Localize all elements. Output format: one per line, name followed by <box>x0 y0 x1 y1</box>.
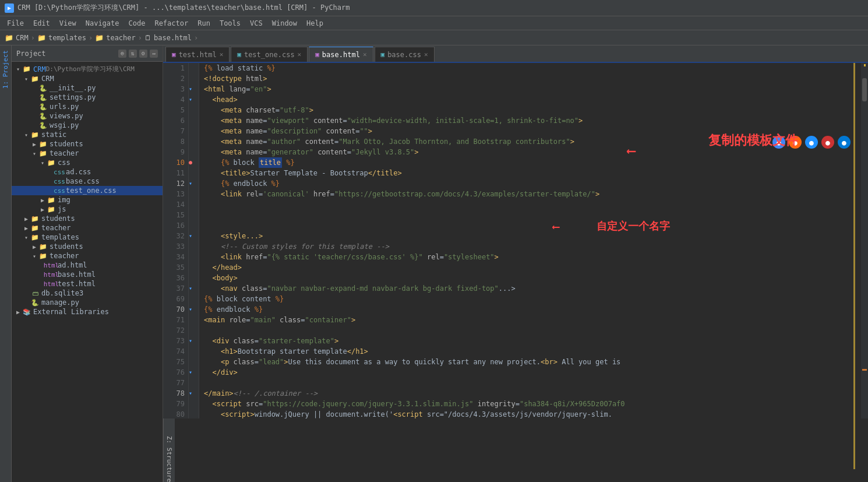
code-line-8: <meta name="author" content="Mark Otto, … <box>204 136 856 147</box>
tree-static[interactable]: ▾ 📁 static <box>12 130 163 139</box>
menu-vcs[interactable]: VCS <box>245 18 267 29</box>
code-line-12: {% endblock %} <box>204 178 856 189</box>
menu-file[interactable]: File <box>2 18 29 29</box>
bc-crm[interactable]: CRM <box>16 34 29 42</box>
menu-edit[interactable]: Edit <box>29 18 55 29</box>
tree-tpl-teacher[interactable]: ▾ 📁 teacher <box>12 251 163 261</box>
tree-db-sqlite[interactable]: 🗃 db.sqlite3 <box>12 289 163 298</box>
tab-test-html-icon: ▣ <box>172 51 176 58</box>
ie-icon[interactable]: ● <box>821 136 834 149</box>
menu-refactor[interactable]: Refactor <box>150 18 193 29</box>
tree-base-css[interactable]: css base.css <box>12 177 163 186</box>
bc-base-html[interactable]: base.html <box>154 34 192 42</box>
tree-settings[interactable]: 🐍 settings.py <box>12 93 163 102</box>
bc-templates[interactable]: templates <box>48 34 86 42</box>
project-tab-label[interactable]: 1: Project <box>1 48 10 91</box>
tab-base-css[interactable]: ▣ base.css ✕ <box>375 47 435 62</box>
editor-content: 1 2 3 4 5 6 7 8 9 10 11 12 13 14 15 16 3 <box>163 63 868 418</box>
tree-ad-css[interactable]: css ad.css <box>12 167 163 177</box>
code-line-70: {% endblock %} <box>204 304 856 315</box>
app-icon: ▶ <box>5 3 14 13</box>
tree-wsgi[interactable]: 🐍 wsgi.py <box>12 121 163 130</box>
firefox-icon[interactable]: ● <box>789 136 802 149</box>
tab-test-one-css[interactable]: ▣ test_one.css ✕ <box>231 47 308 62</box>
code-line-37: <nav class="navbar navbar-expand-md navb… <box>204 283 856 294</box>
code-line-78: </main><!-- /.container --> <box>204 388 856 399</box>
tab-test-one-css-close[interactable]: ✕ <box>298 51 302 58</box>
line-numbers: 1 2 3 4 5 6 7 8 9 10 11 12 13 14 15 16 3 <box>163 63 189 418</box>
code-line-33: <!-- Custom styles for this template --> <box>204 241 856 252</box>
code-line-35: </head> <box>204 262 856 273</box>
right-side-tab: Z: Structure <box>163 418 175 482</box>
tree-teacher-dir[interactable]: ▶ 📁 teacher <box>12 223 163 233</box>
tree-ad-html[interactable]: html ad.html <box>12 261 163 270</box>
tab-base-html-icon: ▣ <box>315 51 319 58</box>
chrome-icon[interactable]: ● <box>772 136 785 149</box>
tree-base-html[interactable]: html base.html <box>12 270 163 279</box>
menu-run[interactable]: Run <box>193 18 215 29</box>
tab-test-html[interactable]: ▣ test.html ✕ <box>165 47 230 62</box>
bc-icon-tpl: 📁 <box>37 34 46 42</box>
safari-icon[interactable]: ● <box>805 136 818 149</box>
tree-ext-libs[interactable]: ▶ 📚 External Libraries <box>12 307 163 316</box>
code-line-5: <meta charset="utf-8"> <box>204 105 856 115</box>
tab-base-css-close[interactable]: ✕ <box>424 51 428 58</box>
tree-init[interactable]: 🐍 __init__.py <box>12 83 163 93</box>
tree-urls[interactable]: 🐍 urls.py <box>12 102 163 111</box>
tab-base-html[interactable]: ▣ base.html ✕ <box>309 47 373 62</box>
gutter: ▾ ▾ ● ▾ ▾ <box>189 63 199 418</box>
code-line-79: <script src="https://code.jquery.com/jqu… <box>204 399 856 409</box>
tree-manage-py[interactable]: 🐍 manage.py <box>12 298 163 307</box>
scrollbar-area[interactable] <box>861 63 868 418</box>
sync-icon[interactable]: ⊕ <box>118 50 126 58</box>
tree-crm-dir[interactable]: ▾ 📁 CRM <box>12 74 163 83</box>
code-line-2: <!doctype html> <box>204 73 856 84</box>
tree-students-dir[interactable]: ▶ 📁 students <box>12 214 163 223</box>
menu-view[interactable]: View <box>55 18 81 29</box>
tab-base-html-label: base.html <box>322 51 360 59</box>
code-line-69: {% block content %} <box>204 294 856 304</box>
tab-test-html-close[interactable]: ✕ <box>220 51 224 58</box>
filter-icon[interactable]: ⇅ <box>129 50 137 58</box>
code-line-10: {% block title %} <box>204 157 856 168</box>
code-line-76: </div> <box>204 367 856 378</box>
tab-bar: ▣ test.html ✕ ▣ test_one.css ✕ ▣ base.ht… <box>163 45 868 63</box>
tree-students-static[interactable]: ▶ 📁 students <box>12 139 163 149</box>
code-line-16 <box>204 220 856 231</box>
scrollbar-thumb[interactable] <box>862 78 867 101</box>
tree-test-html[interactable]: html test.html <box>12 279 163 289</box>
tree-test-one-css[interactable]: css test_one.css <box>12 186 163 195</box>
tree-teacher-static[interactable]: ▾ 📁 teacher <box>12 149 163 158</box>
menu-help[interactable]: Help <box>302 18 328 29</box>
edge-icon[interactable]: ● <box>838 136 851 149</box>
tree-img-dir[interactable]: ▶ 📁 img <box>12 195 163 205</box>
panel-icons: ⊕ ⇅ ⚙ ↔ <box>118 50 158 58</box>
code-line-1: {% load static %} <box>204 63 856 73</box>
expand-icon[interactable]: ↔ <box>150 50 158 58</box>
menu-window[interactable]: Window <box>267 18 302 29</box>
settings-icon[interactable]: ⚙ <box>139 50 147 58</box>
structure-tab-label[interactable]: Z: Structure <box>165 436 173 482</box>
title-bar: ▶ CRM [D:\Python学院学习环境\CRM] - ...\templa… <box>0 0 868 16</box>
tab-base-html-close[interactable]: ✕ <box>363 51 367 58</box>
browser-icons: ● ● ● ● ● <box>772 136 851 149</box>
tab-test-html-label: test.html <box>179 51 217 59</box>
tree-crm-root[interactable]: ▾ 📁 CRM D:\Python学院学习环境\CRM <box>12 64 163 74</box>
tree-views[interactable]: 🐍 views.py <box>12 111 163 121</box>
menu-tools[interactable]: Tools <box>215 18 245 29</box>
tree-js-dir[interactable]: ▶ 📁 js <box>12 205 163 214</box>
code-editor[interactable]: {% load static %} <!doctype html> <html … <box>199 63 861 418</box>
bc-icon-teacher: 📁 <box>95 34 104 42</box>
tree-css-dir[interactable]: ▾ 📁 css <box>12 158 163 167</box>
scroll-mark-bottom <box>862 369 867 371</box>
bc-teacher[interactable]: teacher <box>106 34 136 42</box>
code-line-6: <meta name="viewport" content="width=dev… <box>204 115 856 126</box>
menu-navigate[interactable]: Navigate <box>81 18 124 29</box>
tree-templates-dir[interactable]: ▾ 📁 templates <box>12 233 163 242</box>
menu-code[interactable]: Code <box>124 18 150 29</box>
code-line-73: <div class="starter-template"> <box>204 336 856 346</box>
left-side-tabs: 1: Project <box>0 45 12 482</box>
editor-area: ▣ test.html ✕ ▣ test_one.css ✕ ▣ base.ht… <box>163 45 868 418</box>
tree-tpl-students[interactable]: ▶ 📁 students <box>12 242 163 251</box>
editors-container: 复制的模板文件 自定义一个名字 ⟶ ⟶ ● ● ● ● ● ▣ test.htm… <box>163 45 868 482</box>
